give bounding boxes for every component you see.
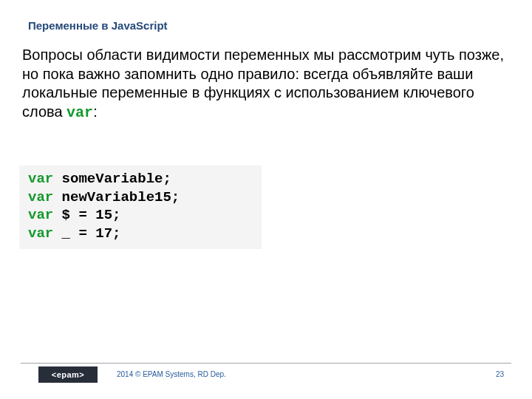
code-line-1: var someVariable; [28,170,253,188]
code-kw: var [28,171,53,187]
footer-copyright: 2014 © EPAM Systems, RD Dep. [117,370,226,378]
paragraph-keyword: var [66,104,93,121]
footer: <epam> 2014 © EPAM Systems, RD Dep. 23 [0,365,532,386]
slide-title: Переменные в JavaScript [28,19,168,32]
slide: Переменные в JavaScript Вопросы области … [0,0,532,399]
code-block: var someVariable; var newVariable15; var… [19,166,262,249]
code-line-3: var $ = 15; [28,206,253,225]
code-kw: var [28,189,53,205]
code-rest: $ = 15; [53,207,120,223]
paragraph-post: : [93,103,98,120]
code-kw: var [28,207,53,223]
code-rest: _ = 17; [53,225,120,242]
code-rest: newVariable15; [53,189,180,205]
footer-divider [21,363,511,364]
code-line-2: var newVariable15; [28,188,253,207]
epam-logo: <epam> [38,366,98,383]
page-number: 23 [496,370,504,378]
code-line-4: var _ = 17; [28,225,253,243]
code-rest: someVariable; [53,171,171,187]
body-paragraph: Вопросы области видимости переменных мы … [22,46,510,122]
code-kw: var [28,225,53,242]
